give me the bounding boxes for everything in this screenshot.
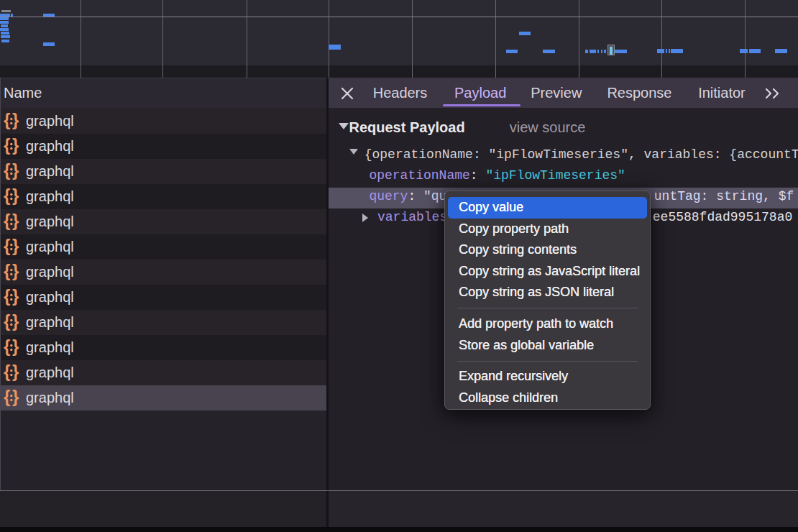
svg-text:{: { (4, 213, 10, 230)
svg-text:{: { (4, 238, 10, 255)
svg-text:}: } (12, 339, 19, 356)
svg-text:{: { (4, 162, 10, 180)
svg-text:{: { (4, 364, 10, 381)
svg-text:{: { (4, 112, 10, 129)
svg-text:{: { (4, 288, 10, 306)
svg-text:{: { (4, 339, 10, 356)
svg-text:}: } (12, 162, 19, 180)
svg-text:}: } (12, 313, 19, 331)
svg-text:}: } (12, 364, 19, 381)
svg-text:{: { (4, 389, 10, 406)
svg-text:}: } (12, 213, 19, 230)
svg-text:}: } (12, 389, 19, 406)
svg-text:}: } (12, 188, 19, 205)
svg-text:{: { (4, 137, 10, 155)
svg-text:}: } (12, 263, 19, 280)
svg-text:{: { (4, 188, 10, 205)
svg-text:}: } (12, 238, 19, 255)
svg-text:}: } (12, 137, 19, 155)
svg-text:}: } (12, 288, 19, 306)
svg-text:}: } (12, 112, 19, 129)
svg-text:{: { (4, 313, 10, 331)
svg-text:{: { (4, 263, 10, 280)
